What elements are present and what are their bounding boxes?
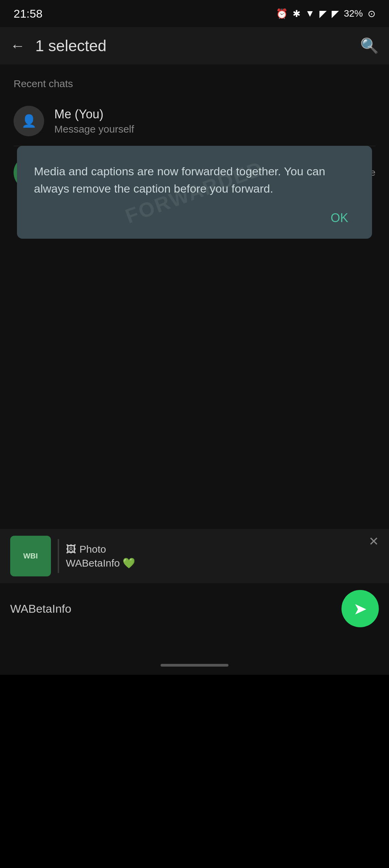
- search-button[interactable]: 🔍: [360, 37, 379, 55]
- top-bar: ← 1 selected 🔍: [0, 27, 389, 64]
- back-button[interactable]: ←: [10, 37, 25, 54]
- preview-thumb-text: WBI: [23, 552, 38, 560]
- chat-info: Me (You) Message yourself: [54, 107, 375, 135]
- status-icons: ⏰ ✱ ▼ ◤ ◤ 32% ⊙: [276, 8, 375, 19]
- main-content: Recent chats 👤 Me (You) Message yourself…: [0, 64, 389, 675]
- recent-chats-label: Recent chats: [0, 75, 389, 96]
- page-title: 1 selected: [35, 37, 360, 55]
- send-button[interactable]: ➤: [341, 590, 379, 627]
- bluetooth-icon: ✱: [293, 8, 300, 19]
- dialog-message: Media and captions are now forwarded tog…: [34, 163, 355, 197]
- chat-name: Me (You): [54, 107, 375, 121]
- preview-type-label: Photo: [79, 544, 106, 555]
- send-row: WABetaInfo ➤: [0, 583, 389, 634]
- preview-strip: ✕ WBI 🖼 Photo WABetaInfo 💚: [0, 529, 389, 583]
- preview-thumbnail: WBI: [10, 536, 51, 576]
- preview-divider: [58, 539, 59, 573]
- status-bar: 21:58 ⏰ ✱ ▼ ◤ ◤ 32% ⊙: [0, 0, 389, 27]
- list-item[interactable]: 👤 Me (You) Message yourself: [0, 96, 389, 146]
- status-time: 21:58: [14, 7, 42, 20]
- bottom-bar: ✕ WBI 🖼 Photo WABetaInfo 💚 WABetaInfo ➤: [0, 529, 389, 634]
- alarm-icon: ⏰: [276, 8, 288, 19]
- send-recipient-label: WABetaInfo: [10, 602, 341, 615]
- dialog-box: FORWARDED Media and captions are now for…: [17, 146, 372, 239]
- battery-icon: ⊙: [368, 8, 375, 19]
- avatar: 👤: [14, 106, 44, 136]
- preview-info: 🖼 Photo WABetaInfo 💚: [66, 544, 379, 569]
- chat-subtitle: Message yourself: [54, 123, 375, 135]
- home-indicator: [161, 664, 228, 667]
- close-button[interactable]: ✕: [369, 534, 379, 549]
- dialog-ok-button-container: OK: [34, 211, 355, 225]
- send-icon: ➤: [353, 599, 367, 618]
- signal-icon: ◤: [319, 8, 327, 19]
- wifi-icon: ▼: [305, 8, 315, 19]
- preview-sender: WABetaInfo 💚: [66, 557, 379, 569]
- preview-type: 🖼 Photo: [66, 544, 379, 555]
- battery-label: 32%: [344, 8, 363, 19]
- signal2-icon: ◤: [332, 8, 339, 19]
- photo-icon: 🖼: [66, 544, 76, 555]
- ok-button[interactable]: OK: [324, 208, 355, 228]
